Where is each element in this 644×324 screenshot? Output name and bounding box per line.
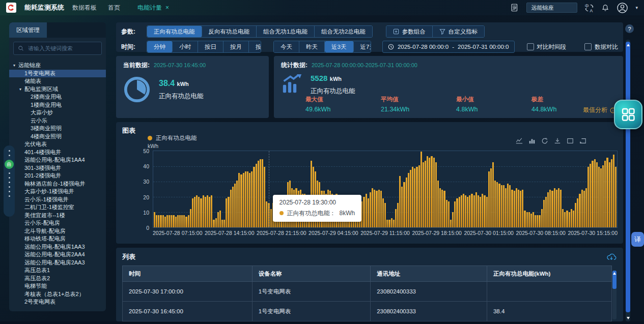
quick-range-button[interactable]: 今天 [274,41,299,52]
chart-bar[interactable] [160,215,161,227]
chart-bar[interactable] [230,190,232,228]
chart-bar[interactable] [524,211,525,227]
chart-bar[interactable] [363,197,365,227]
chart-bar[interactable] [245,171,246,227]
chart-bar[interactable] [393,220,395,227]
chart-bar[interactable] [386,220,388,227]
chart-bar[interactable] [207,195,208,227]
chart-bar[interactable] [221,220,223,227]
chart-bar[interactable] [441,190,443,228]
scroll-down-arrow[interactable] [626,317,630,319]
chart-bar[interactable] [537,215,538,227]
chart-bar[interactable] [431,156,432,227]
chart-bar[interactable] [496,182,498,227]
main-scrollbar[interactable] [626,40,630,321]
zoom-reset-icon[interactable] [579,137,586,144]
granularity-button[interactable]: 小时 [173,41,198,52]
help-button[interactable]: ? [625,24,634,33]
chart-bar[interactable] [171,215,172,227]
granularity-button[interactable]: 按年 [249,41,261,52]
chart-bar[interactable] [609,162,610,227]
chart-bar[interactable] [592,161,593,227]
tree-item[interactable]: 2楼商业用电 [9,93,106,101]
param-button[interactable]: 组合无功2总电能 [315,26,372,37]
chart-bar[interactable] [378,190,380,228]
chart-bar[interactable] [562,209,564,227]
tree-item[interactable]: 云小乐 [9,117,106,125]
chart-bar[interactable] [162,215,164,227]
tree-item[interactable]: 大蒜小炒-1楼强电井 [9,188,106,196]
chart-bar[interactable] [530,214,532,227]
chart-bar[interactable] [234,184,236,227]
tree-item[interactable]: 云小乐-1楼强电井 [9,196,106,204]
close-icon[interactable]: × [165,5,169,11]
caret-down-icon[interactable]: ▾ [19,87,24,92]
tree-item[interactable]: 高压总表2 [9,275,106,283]
chart-bar[interactable] [528,212,530,227]
chart-bar[interactable] [564,212,566,227]
chart-bar[interactable] [539,215,540,227]
table-column-header[interactable]: 通讯地址 [371,266,487,282]
chart-bar[interactable] [427,156,428,227]
chart-bar[interactable] [518,190,519,228]
chart-bar[interactable] [403,182,405,227]
chart-bar[interactable] [566,211,568,227]
granularity-button[interactable]: 按日 [198,41,223,52]
translate-badge-button[interactable]: 译 [631,232,644,247]
chart-bar[interactable] [516,188,517,227]
chart-bar[interactable] [423,162,424,227]
bar-chart-icon[interactable] [528,137,536,144]
chart-bar[interactable] [232,187,234,227]
chart-bar[interactable] [437,181,439,227]
chart-bar[interactable] [554,188,555,227]
tab-electric-energy-metering[interactable]: 电能计量 × [137,4,169,12]
download-icon[interactable] [554,137,561,144]
chart-bar[interactable] [478,195,479,227]
tree-item[interactable]: 201-2楼强电井 [9,172,106,180]
checkbox-icon[interactable] [527,43,534,50]
station-select[interactable] [526,3,577,13]
chart-bar[interactable] [372,188,373,227]
quick-range-button[interactable]: 近3天 [325,41,353,52]
chart-bar[interactable] [181,215,183,227]
chart-bar[interactable] [401,187,403,227]
chart-bar[interactable] [226,198,227,227]
chart-bar[interactable] [560,190,562,228]
chart-bar[interactable] [585,188,587,227]
plugin-icon[interactable]: 曲 [5,160,14,169]
chart-bar[interactable] [494,181,496,227]
chart-bar[interactable] [217,212,219,227]
table-scrollbar[interactable] [612,271,617,319]
chart-bar[interactable] [236,181,238,227]
chart-bar[interactable] [406,178,407,227]
chart-bar[interactable] [505,188,507,227]
chart-bar[interactable] [256,164,257,227]
chart-bar[interactable] [549,190,551,228]
tree-item[interactable]: 1号变电网表 [9,70,106,78]
tree-item[interactable]: 翰林酒店前台-1楼强电井 [9,180,106,188]
tree-item[interactable]: 401-4楼强电井 [9,149,106,157]
chart-bar[interactable] [484,195,485,227]
chart-bar[interactable] [416,167,417,227]
chart-bar[interactable] [439,188,441,227]
report-icon[interactable] [510,3,519,12]
tree-item[interactable]: 4楼商业照明 [9,133,106,141]
table-column-header[interactable]: 时间 [123,266,253,282]
plugin-dock[interactable]: 曲 [4,145,15,217]
chart-bar[interactable] [461,195,462,227]
param-button[interactable]: 反向有功总电能 [202,26,257,37]
chart-bar[interactable] [596,162,598,227]
search-input[interactable] [27,45,97,52]
tree-item[interactable]: 储能表 [9,77,106,85]
chart-bar[interactable] [581,190,583,228]
quick-range-button[interactable]: 昨天 [299,41,325,52]
menu-item[interactable]: 数据看板 [72,4,97,12]
tree-item[interactable]: 高压总表1 [9,267,106,275]
chart-bar[interactable] [395,209,397,227]
chart-bar[interactable] [545,197,547,227]
extreme-analysis-link[interactable]: 最值分析 [583,106,616,114]
chart-bar[interactable] [408,173,409,227]
chart-bar[interactable] [177,215,179,227]
chart-bar[interactable] [526,212,528,227]
chart-bar[interactable] [480,197,481,227]
